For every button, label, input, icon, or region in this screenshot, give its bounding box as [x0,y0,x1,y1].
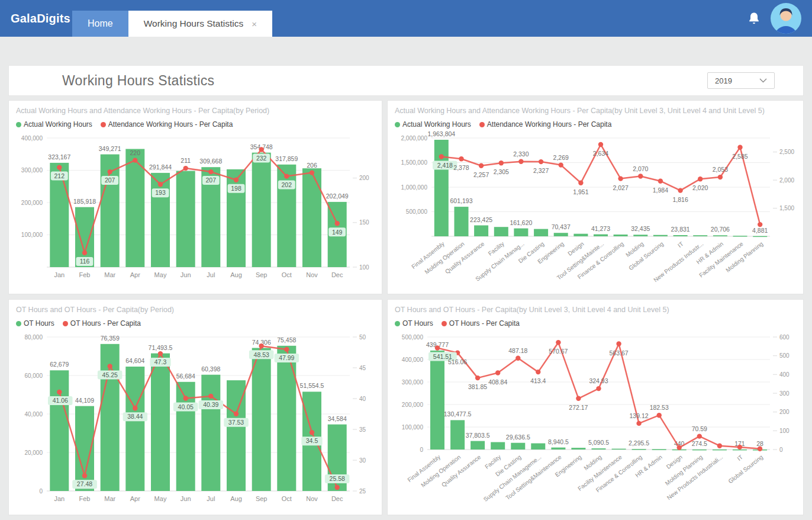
svg-text:41,273: 41,273 [591,225,610,232]
charts-grid: Actual Working Hours and Attendance Work… [8,100,804,515]
svg-text:1,000,000: 1,000,000 [401,184,428,191]
svg-text:40.05: 40.05 [178,403,194,410]
svg-text:62,679: 62,679 [50,361,69,368]
svg-text:Jul: Jul [207,495,215,502]
title-bar: Working Hours Statistics 2019 [8,65,804,96]
legend-label: Attendance Working Hours - Per Capita [108,120,233,129]
chart-legend: Actual Working HoursAttendance Working H… [395,120,796,129]
svg-text:IT: IT [736,454,744,462]
svg-text:500: 500 [779,352,790,359]
legend-item[interactable]: Attendance Working Hours - Per Capita [479,120,612,129]
legend-dot-icon [16,122,21,127]
svg-text:200,000: 200,000 [21,200,43,206]
svg-text:207: 207 [206,176,217,184]
legend-item[interactable]: OT Hours [395,319,433,328]
svg-text:198: 198 [231,185,241,192]
svg-text:349,271: 349,271 [99,145,121,152]
svg-text:76,359: 76,359 [101,335,120,342]
year-dropdown[interactable]: 2019 [707,72,775,89]
legend-item[interactable]: Actual Working Hours [16,120,92,129]
svg-text:2,585: 2,585 [732,153,747,160]
svg-text:324.93: 324.93 [589,377,608,384]
svg-text:408.84: 408.84 [488,378,507,386]
svg-text:1,963,804: 1,963,804 [427,130,455,137]
legend-dot-icon [16,321,21,326]
year-dropdown-value: 2019 [715,76,732,85]
svg-text:Nov: Nov [306,271,318,278]
legend-item[interactable]: Actual Working Hours [395,120,471,129]
svg-text:20,706: 20,706 [711,226,730,233]
svg-text:Jun: Jun [181,495,191,502]
chevron-down-icon [759,78,767,83]
combo-chart[interactable]: 500,0001,000,0001,500,0002,000,0001,5002… [395,130,796,285]
svg-text:60,398: 60,398 [201,365,220,373]
svg-text:48.53: 48.53 [254,351,269,358]
svg-text:Facility: Facility [484,454,502,470]
nav-tabs: Home Working Hours Statistics × [72,11,272,37]
chart-panel-actual-vs-attendance-by-period: Actual Working Hours and Attendance Work… [8,100,382,294]
svg-text:IT: IT [676,240,685,249]
svg-text:202,049: 202,049 [326,192,349,200]
svg-text:200: 200 [779,409,790,415]
svg-text:35: 35 [359,426,366,433]
legend-dot-icon [442,321,447,326]
svg-text:223,425: 223,425 [470,216,492,223]
tab-home[interactable]: Home [72,11,128,37]
chart-svg[interactable]: 0100,000200,000300,000400,000500,0000100… [395,329,796,506]
svg-text:40.39: 40.39 [203,401,218,408]
svg-text:2,257: 2,257 [473,171,489,178]
chart-svg[interactable]: 020,00040,00060,00080,000253035404550Jan… [16,329,373,506]
svg-text:2,500: 2,500 [779,149,794,155]
legend-dot-icon [63,321,68,326]
svg-text:May: May [154,495,167,502]
svg-text:27.48: 27.48 [77,480,92,487]
legend-item[interactable]: Attendance Working Hours - Per Capita [101,120,233,129]
svg-text:64,604: 64,604 [125,357,144,364]
svg-text:0: 0 [420,447,423,453]
svg-text:601,193: 601,193 [450,197,473,204]
svg-text:Molding Planning: Molding Planning [724,240,764,274]
legend-item[interactable]: OT Hours [16,319,54,328]
tab-working-hours-statistics[interactable]: Working Hours Statistics × [128,11,272,37]
svg-text:206: 206 [307,162,317,169]
svg-text:8,940.5: 8,940.5 [548,438,569,445]
svg-text:400,000: 400,000 [402,357,424,363]
svg-text:75,458: 75,458 [277,336,296,344]
svg-text:563.67: 563.67 [610,349,629,357]
svg-text:500,000: 500,000 [402,334,424,341]
svg-text:Final Assembly: Final Assembly [406,454,442,483]
svg-text:2,053: 2,053 [713,166,728,173]
svg-text:70.59: 70.59 [692,425,707,432]
svg-text:Jul: Jul [207,271,215,278]
svg-text:28: 28 [756,440,763,447]
legend-item[interactable]: OT Hours - Per Capita [63,319,141,328]
svg-text:2,330: 2,330 [513,150,529,158]
svg-text:600: 600 [779,334,790,341]
svg-text:202: 202 [282,181,292,188]
chart-legend: OT HoursOT Hours - Per Capita [395,319,796,328]
svg-text:0: 0 [39,488,43,495]
legend-label: OT Hours - Per Capita [70,319,141,328]
svg-text:0: 0 [779,447,783,453]
svg-text:Apr: Apr [130,271,140,278]
chart-panel-ot-hours-by-period: OT Hours and OT Hours - Per Capita(by Pe… [8,299,382,515]
chart-svg[interactable]: 500,0001,000,0001,500,0002,000,0001,5002… [395,130,796,283]
chart-svg[interactable]: 100,000200,000300,000400,000100150200Jan… [16,130,373,283]
close-tab-icon[interactable]: × [252,20,257,28]
svg-text:2,000: 2,000 [779,177,794,184]
combo-chart[interactable]: 020,00040,00060,00080,000253035404550Jan… [16,329,375,509]
user-avatar[interactable] [771,3,801,34]
combo-chart[interactable]: 100,000200,000300,000400,000100150200Jan… [16,130,375,285]
svg-text:1,816: 1,816 [672,196,688,203]
legend-label: Actual Working Hours [24,120,92,129]
svg-text:25.58: 25.58 [330,475,345,482]
svg-text:130,477.5: 130,477.5 [444,410,472,418]
svg-text:51,554.5: 51,554.5 [300,382,324,389]
svg-text:2,634: 2,634 [593,150,608,157]
legend-item[interactable]: OT Hours - Per Capita [442,319,520,328]
svg-text:Design: Design [665,454,684,470]
svg-text:232: 232 [256,155,267,162]
svg-text:516.06: 516.06 [448,358,467,365]
bell-icon[interactable] [748,12,760,25]
combo-chart[interactable]: 0100,000200,000300,000400,000500,0000100… [395,329,796,509]
